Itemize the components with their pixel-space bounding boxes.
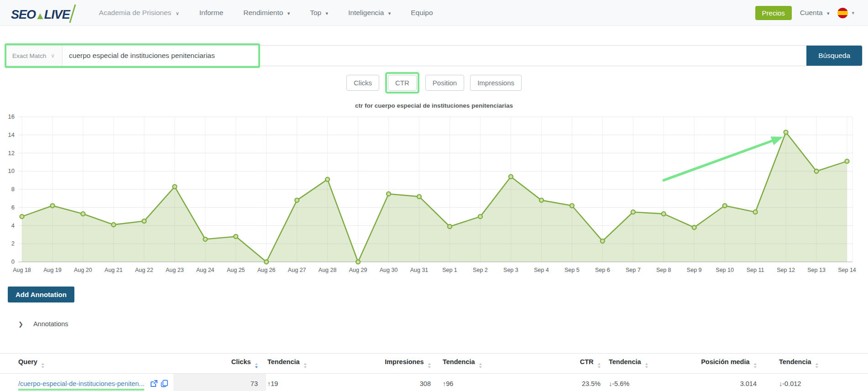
copy-icon[interactable] (161, 380, 168, 387)
table-row: /cuerpo-especial-de-instituciones-penite… (0, 374, 868, 391)
svg-text:Sep 5: Sep 5 (565, 267, 580, 273)
svg-text:4: 4 (11, 222, 15, 229)
svg-text:Sep 1: Sep 1 (442, 267, 457, 273)
svg-text:Aug 24: Aug 24 (196, 267, 214, 273)
language-selector[interactable]: ▾ (837, 8, 854, 18)
match-type-select[interactable]: Exact Match ∨ (6, 46, 63, 66)
logo-text-seo: SEO (11, 8, 36, 22)
search-bar: Exact Match ∨ Búsqueda (5, 45, 863, 66)
ctr-highlight-box: CTR (385, 72, 419, 94)
column-header-tendencia-impresiones[interactable]: Tendencia▲▼ (434, 354, 529, 374)
svg-text:Sep 4: Sep 4 (534, 267, 549, 273)
svg-text:Sep 2: Sep 2 (473, 267, 488, 273)
chevron-right-icon: ❯ (18, 321, 23, 328)
sort-icon: ▲▼ (479, 363, 482, 369)
logo-triangle-icon: ▲ (35, 10, 45, 22)
tab-position[interactable]: Position (425, 75, 464, 91)
search-section: Exact Match ∨ Búsqueda (5, 45, 863, 66)
tab-ctr[interactable]: CTR (388, 75, 417, 91)
busqueda-button[interactable]: Búsqueda (806, 46, 862, 66)
svg-text:Sep 12: Sep 12 (777, 267, 795, 273)
svg-text:2: 2 (11, 240, 15, 247)
caret-down-icon: ▾ (852, 10, 854, 16)
column-header-query[interactable]: Query▲▼ (0, 354, 173, 374)
svg-text:Aug 18: Aug 18 (13, 267, 31, 273)
svg-text:Aug 31: Aug 31 (410, 267, 429, 273)
svg-text:0: 0 (11, 258, 15, 265)
query-link[interactable]: /cuerpo-especial-de-instituciones-penite… (18, 380, 144, 391)
svg-text:Sep 3: Sep 3 (503, 267, 518, 273)
query-metrics-table: Query▲▼ Clicks▲▼ Tendencia▲▼ Impresiones… (0, 353, 868, 391)
sort-icon: ▲▼ (815, 363, 818, 369)
svg-text:8: 8 (11, 186, 15, 193)
caret-down-icon: ▾ (827, 10, 830, 16)
nav-item-informe[interactable]: Informe (199, 9, 224, 17)
svg-text:6: 6 (11, 204, 15, 211)
sort-icon: ▲▼ (428, 363, 431, 369)
svg-text:Aug 20: Aug 20 (74, 267, 92, 273)
svg-text:Sep 11: Sep 11 (747, 267, 764, 273)
svg-text:Sep 13: Sep 13 (807, 267, 826, 273)
logo-text-live: LIVE (44, 8, 70, 22)
svg-text:Aug 22: Aug 22 (135, 267, 153, 273)
query-cell: /cuerpo-especial-de-instituciones-penite… (0, 374, 173, 391)
sort-icon: ▲▼ (41, 363, 44, 369)
column-header-tendencia-clicks[interactable]: Tendencia▲▼ (266, 354, 381, 374)
column-header-tendencia-posicion[interactable]: Tendencia▲▼ (768, 354, 868, 374)
search-query-input[interactable] (63, 46, 806, 66)
seoalive-logo[interactable]: SEO▲LIVE (11, 4, 76, 22)
svg-text:Aug 27: Aug 27 (288, 267, 306, 273)
svg-text:Aug 30: Aug 30 (380, 267, 398, 273)
caret-down-icon: ▾ (325, 10, 328, 16)
tab-clicks[interactable]: Clicks (346, 75, 379, 91)
nav-item-inteligencia[interactable]: Inteligencia ▾ (348, 9, 391, 17)
nav-item-equipo[interactable]: Equipo (411, 9, 433, 17)
column-header-impresiones[interactable]: Impresiones▲▼ (381, 354, 434, 374)
clicks-trend: ↑19 (266, 374, 381, 391)
svg-text:14: 14 (8, 131, 15, 138)
sort-icon: ▲▼ (255, 363, 258, 369)
caret-down-icon: ▾ (388, 10, 391, 16)
ctr-line-chart: Aug 18Aug 19Aug 20Aug 21Aug 22Aug 23Aug … (0, 113, 868, 276)
add-annotation-button[interactable]: Add Annotation (8, 287, 74, 302)
svg-text:Sep 7: Sep 7 (626, 267, 641, 273)
impressions-trend: ↑96 (434, 374, 529, 391)
position-value: 3.014 (694, 374, 768, 391)
cuenta-dropdown[interactable]: Cuenta ▾ (800, 9, 830, 17)
nav-item-top[interactable]: Top ▾ (310, 9, 328, 17)
external-link-icon[interactable] (150, 380, 158, 387)
svg-text:Aug 29: Aug 29 (349, 267, 367, 273)
metric-tabs: Clicks CTR Position Impressions (0, 72, 868, 93)
annotations-toggle[interactable]: ❯ Annotations (18, 320, 68, 328)
svg-text:16: 16 (8, 113, 15, 120)
column-header-clicks[interactable]: Clicks▲▼ (173, 354, 266, 374)
nav-item-rendimiento[interactable]: Rendimiento ▾ (243, 9, 290, 17)
precios-button[interactable]: Precios (755, 6, 792, 20)
svg-text:Sep 14: Sep 14 (838, 267, 856, 273)
ctr-value: 23.5% (529, 374, 601, 391)
svg-text:Aug 26: Aug 26 (257, 267, 276, 273)
sort-icon: ▲▼ (303, 363, 307, 369)
chart-title: ctr for cuerpo especial de instituciones… (0, 102, 868, 109)
top-navigation-bar: SEO▲LIVE Academia de Prisiones ∨ Informe… (0, 0, 868, 26)
svg-text:Aug 28: Aug 28 (319, 267, 337, 273)
table-header-row: Query▲▼ Clicks▲▼ Tendencia▲▼ Impresiones… (0, 354, 868, 374)
sort-icon: ▲▼ (645, 363, 648, 369)
svg-text:Aug 21: Aug 21 (105, 267, 123, 273)
clicks-value: 73 (173, 374, 266, 391)
topbar-right: Precios Cuenta ▾ ▾ (755, 6, 854, 20)
svg-text:Sep 10: Sep 10 (716, 267, 734, 273)
tab-impressions[interactable]: Impressions (470, 75, 522, 91)
main-nav: Academia de Prisiones ∨ Informe Rendimie… (99, 9, 433, 17)
impressions-value: 308 (381, 374, 434, 391)
column-header-ctr[interactable]: CTR▲▼ (529, 354, 601, 374)
svg-text:Sep 9: Sep 9 (687, 267, 702, 273)
column-header-posicion-media[interactable]: Posición media▲▼ (694, 354, 768, 374)
svg-text:Aug 23: Aug 23 (166, 267, 184, 273)
svg-text:Sep 6: Sep 6 (595, 267, 610, 273)
svg-text:Aug 19: Aug 19 (43, 267, 62, 273)
spain-flag-icon (837, 8, 848, 18)
position-trend: ↓-0.012 (768, 374, 868, 391)
nav-item-academia-de-prisiones[interactable]: Academia de Prisiones ∨ (99, 9, 179, 17)
column-header-tendencia-ctr[interactable]: Tendencia▲▼ (601, 354, 694, 374)
